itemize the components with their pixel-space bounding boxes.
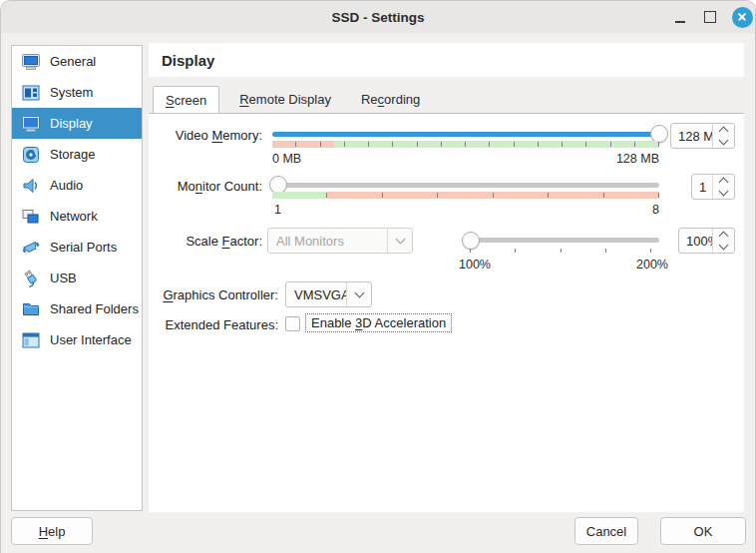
scale-factor-monitor-dropdown[interactable]: All Monitors <box>267 228 413 254</box>
scale-factor-label: Scale Factor: <box>149 234 262 249</box>
dropdown-button[interactable] <box>346 282 371 306</box>
scale-factor-ticks <box>470 249 651 253</box>
page-title: Display <box>162 52 214 69</box>
sidebar-item-display[interactable]: Display <box>12 108 142 139</box>
video-memory-slider[interactable] <box>272 132 659 137</box>
titlebar[interactable]: SSD - Settings <box>1 1 755 33</box>
tab-recording[interactable]: Recording <box>351 86 430 113</box>
video-memory-label: Video Memory: <box>149 128 262 143</box>
settings-category-list: General System Display <box>11 45 143 511</box>
audio-icon <box>21 176 41 196</box>
video-memory-value[interactable]: 128 MB <box>671 124 712 148</box>
sidebar-item-serial-ports[interactable]: Serial Ports <box>12 232 142 263</box>
sidebar-item-general[interactable]: General <box>12 46 142 77</box>
monitor-count-slider[interactable] <box>272 183 659 188</box>
chevron-down-icon <box>719 187 729 197</box>
monitor-count-label: Monitor Count: <box>149 179 262 194</box>
storage-icon <box>21 145 41 165</box>
chevron-down-icon <box>719 136 729 146</box>
graphics-controller-label: Graphics Controller: <box>149 287 278 302</box>
chevron-down-icon <box>354 288 364 298</box>
close-button[interactable] <box>727 1 756 33</box>
serial-ports-icon <box>21 238 41 258</box>
video-memory-min-label: 0 MB <box>272 152 301 166</box>
sidebar-item-label: Storage <box>50 147 96 162</box>
screen-tab-panel: Video Memory: 0 MB 128 MB 128 MB Monitor… <box>149 113 744 512</box>
window-title: SSD - Settings <box>1 1 755 33</box>
display-tabs: Screen Remote Display Recording <box>149 86 744 113</box>
video-memory-scale <box>272 141 659 148</box>
scale-factor-value[interactable]: 100% <box>679 229 712 253</box>
sidebar-item-audio[interactable]: Audio <box>12 170 142 201</box>
sidebar-item-storage[interactable]: Storage <box>12 139 142 170</box>
page-header: Display <box>149 43 744 77</box>
maximize-icon <box>704 11 716 23</box>
scale-factor-monitor-value: All Monitors <box>268 229 387 253</box>
sidebar-item-label: Audio <box>50 178 83 193</box>
help-button[interactable]: Help <box>11 517 93 545</box>
sidebar-item-label: Shared Folders <box>50 301 139 316</box>
scale-factor-min-label: 100% <box>459 258 491 272</box>
display-icon <box>21 114 41 134</box>
sidebar-item-user-interface[interactable]: User Interface <box>12 324 142 355</box>
system-icon <box>21 83 41 103</box>
cancel-button[interactable]: Cancel <box>574 517 638 545</box>
sidebar-item-label: User Interface <box>50 332 132 347</box>
extended-features-label: Extended Features: <box>149 317 278 332</box>
usb-icon <box>21 269 41 288</box>
close-icon <box>732 7 753 28</box>
monitor-count-min-label: 1 <box>274 203 281 217</box>
sidebar-item-system[interactable]: System <box>12 77 142 108</box>
enable-3d-acceleration-checkbox[interactable] <box>285 316 300 331</box>
video-memory-max-label: 128 MB <box>560 152 659 166</box>
sidebar-item-label: Serial Ports <box>50 240 117 255</box>
graphics-controller-value: VMSVGA <box>286 282 346 306</box>
tab-screen[interactable]: Screen <box>153 86 219 113</box>
sidebar-item-shared-folders[interactable]: Shared Folders <box>12 293 142 324</box>
ok-button[interactable]: OK <box>660 517 746 545</box>
video-memory-spin-up[interactable] <box>713 124 734 136</box>
network-icon <box>21 207 41 227</box>
user-interface-icon <box>21 330 41 350</box>
shared-folders-icon <box>21 299 41 319</box>
sidebar-item-label: Network <box>50 209 98 224</box>
scale-factor-spin-up[interactable] <box>713 229 734 241</box>
monitor-count-spin-up[interactable] <box>713 175 734 187</box>
sidebar-item-label: General <box>50 54 96 69</box>
maximize-button[interactable] <box>697 1 723 33</box>
sidebar-item-usb[interactable]: USB <box>12 263 142 293</box>
sidebar-item-label: System <box>50 85 93 100</box>
chevron-down-icon <box>719 241 729 251</box>
graphics-controller-dropdown[interactable]: VMSVGA <box>285 281 372 307</box>
video-memory-spinbox[interactable]: 128 MB <box>670 123 735 149</box>
enable-3d-acceleration-checkbox-label[interactable]: Enable 3D Acceleration <box>305 313 452 332</box>
scale-factor-spin-down[interactable] <box>713 241 734 253</box>
scale-factor-spinbox[interactable]: 100% <box>678 228 735 254</box>
sidebar-item-label: USB <box>50 271 77 285</box>
monitor-count-scale <box>272 192 659 199</box>
monitor-count-spinbox[interactable]: 1 <box>691 174 735 200</box>
monitor-count-value[interactable]: 1 <box>692 175 712 199</box>
video-memory-spin-down[interactable] <box>713 136 734 148</box>
minimize-button[interactable] <box>667 1 693 33</box>
settings-dialog: SSD - Settings General <box>0 0 756 553</box>
general-icon <box>21 52 41 72</box>
sidebar-item-label: Display <box>50 116 93 131</box>
monitor-count-max-label: 8 <box>560 203 659 217</box>
monitor-count-spin-down[interactable] <box>713 187 734 199</box>
scale-factor-slider[interactable] <box>462 238 659 243</box>
minimize-icon <box>675 21 685 23</box>
scale-factor-max-label: 200% <box>622 258 682 272</box>
sidebar-item-network[interactable]: Network <box>12 201 142 232</box>
tab-remote-display[interactable]: Remote Display <box>229 86 341 113</box>
chevron-down-icon <box>395 235 405 245</box>
dropdown-button[interactable] <box>387 229 412 253</box>
scale-factor-slider-handle[interactable] <box>462 232 480 250</box>
